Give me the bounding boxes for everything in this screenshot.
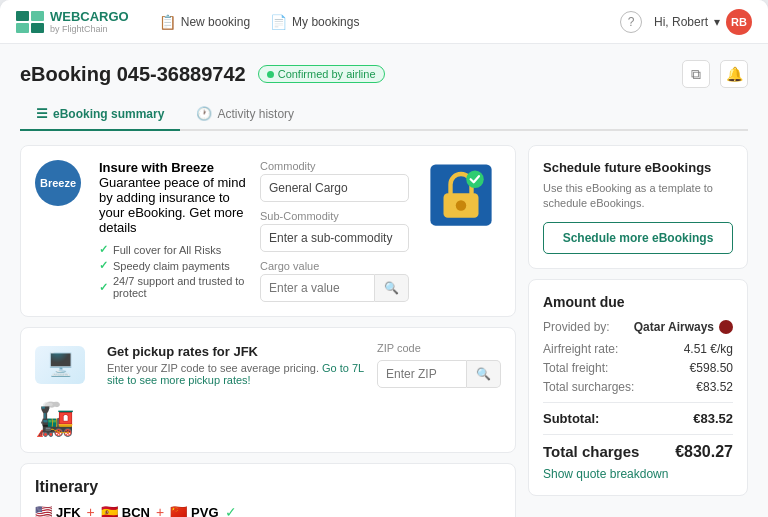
truck-illustration: 🚂 [35,400,95,438]
new-booking-label: New booking [181,15,250,29]
route-line: 🇺🇸 JFK + 🇪🇸 BCN + 🇨🇳 PVG [35,504,501,517]
code-jfk: JFK [56,505,81,518]
total-label: Total charges [543,443,639,460]
cargo-value-input[interactable] [260,274,375,302]
my-bookings-nav[interactable]: 📄 My bookings [270,14,359,30]
insure-card: Breeze Insure with Breeze Guarantee peac… [20,145,516,317]
surcharges-row: Total surcharges: €83.52 [543,380,733,394]
page-header: eBooking 045-36889742 Confirmed by airli… [20,60,748,88]
notifications-button[interactable]: 🔔 [720,60,748,88]
pickup-desc: Enter your ZIP code to see average prici… [107,362,365,386]
code-bcn: BCN [122,505,150,518]
my-bookings-label: My bookings [292,15,359,29]
subtotal-value: €83.52 [693,411,733,426]
right-col: Schedule future eBookings Use this eBook… [528,145,748,517]
booking-id: eBooking 045-36889742 [20,63,246,86]
lock-svg [426,160,496,230]
user-avatar: RB [726,9,752,35]
airline-dot [719,320,733,334]
status-text: Confirmed by airline [278,68,376,80]
zip-input[interactable] [377,360,467,388]
chevron-down-icon: ▾ [714,15,720,29]
surcharges-label: Total surcharges: [543,380,634,394]
schedule-desc: Use this eBooking as a template to sched… [543,181,733,212]
provider-row: Provided by: Qatar Airways [543,320,733,334]
zip-search-button[interactable]: 🔍 [467,360,501,388]
insure-title: Insure with Breeze [99,160,248,175]
quote-link[interactable]: Show quote breakdown [543,467,733,481]
tab-history-label: Activity history [217,107,294,121]
airport-pvg: 🇨🇳 PVG [170,504,218,517]
pickup-icon: 🖥️ [35,346,85,384]
tab-activity-history[interactable]: 🕐 Activity history [180,98,310,131]
sub-commodity-field: Sub-Commodity Enter a sub-commodity [260,210,409,252]
total-freight-value: €598.50 [690,361,733,375]
insure-check-3: 24/7 support and trusted to protect [99,275,248,299]
insure-info: Insure with Breeze Guarantee peace of mi… [99,160,248,299]
cargo-value-row: 🔍 [260,274,409,302]
commodity-select[interactable]: General Cargo [260,174,409,202]
flag-us: 🇺🇸 [35,504,52,517]
verified-icon: ✓ [225,504,237,517]
nav-right: ? Hi, Robert ▾ RB [620,9,752,35]
pickup-text: Get pickup rates for JFK Enter your ZIP … [107,344,365,386]
logo: WEBCARGO by FlightChain [16,9,129,34]
amount-divider-2 [543,434,733,435]
logo-text: WEBCARGO [50,9,129,24]
tab-summary-icon: ☰ [36,106,48,121]
insure-desc: Guarantee peace of mind by adding insura… [99,175,248,235]
left-col: Breeze Insure with Breeze Guarantee peac… [20,145,516,517]
insure-checks: Full cover for All Risks Speedy claim pa… [99,243,248,299]
header-actions: ⧉ 🔔 [682,60,748,88]
logo-icon [16,11,44,33]
commodity-field: Commodity General Cargo [260,160,409,202]
svg-point-2 [456,200,467,211]
arrow-1: + [87,504,95,517]
sub-commodity-select[interactable]: Enter a sub-commodity [260,224,409,252]
main-grid: Breeze Insure with Breeze Guarantee peac… [20,145,748,517]
copy-button[interactable]: ⧉ [682,60,710,88]
provided-by-label: Provided by: [543,320,610,334]
help-icon[interactable]: ? [620,11,642,33]
logo-sub: by FlightChain [50,24,129,34]
tab-ebooking-summary[interactable]: ☰ eBooking summary [20,98,180,131]
sub-commodity-label: Sub-Commodity [260,210,409,222]
code-pvg: PVG [191,505,218,518]
zip-label: ZIP code [377,342,501,354]
total-row: Total charges €830.27 [543,443,733,461]
cargo-value-label: Cargo value [260,260,409,272]
subtotal-label: Subtotal: [543,411,599,426]
airfreight-value: 4.51 €/kg [684,342,733,356]
my-bookings-icon: 📄 [270,14,287,30]
pickup-card: 🖥️ Get pickup rates for JFK Enter your Z… [20,327,516,453]
schedule-title: Schedule future eBookings [543,160,733,175]
page-content: eBooking 045-36889742 Confirmed by airli… [0,44,768,517]
itinerary-card: Itinerary 🇺🇸 JFK + 🇪🇸 BCN + [20,463,516,517]
flag-es: 🇪🇸 [101,504,118,517]
schedule-button[interactable]: Schedule more eBookings [543,222,733,254]
amount-divider [543,402,733,403]
user-greeting: Hi, Robert [654,15,708,29]
zip-row: 🔍 [377,360,501,388]
user-menu[interactable]: Hi, Robert ▾ RB [654,9,752,35]
arrow-2: + [156,504,164,517]
amount-title: Amount due [543,294,733,310]
new-booking-icon: 📋 [159,14,176,30]
airport-jfk: 🇺🇸 JFK [35,504,81,517]
tab-history-icon: 🕐 [196,106,212,121]
total-value: €830.27 [675,443,733,461]
new-booking-nav[interactable]: 📋 New booking [159,14,250,30]
provider-name: Qatar Airways [634,320,733,334]
commodity-label: Commodity [260,160,409,172]
schedule-card: Schedule future eBookings Use this eBook… [528,145,748,269]
airport-bcn: 🇪🇸 BCN [101,504,150,517]
top-nav: WEBCARGO by FlightChain 📋 New booking 📄 … [0,0,768,44]
airfreight-row: Airfreight rate: 4.51 €/kg [543,342,733,356]
cargo-search-button[interactable]: 🔍 [375,274,409,302]
amount-card: Amount due Provided by: Qatar Airways Ai… [528,279,748,496]
status-dot [267,71,274,78]
itinerary-title: Itinerary [35,478,501,496]
total-freight-label: Total freight: [543,361,608,375]
surcharges-value: €83.52 [696,380,733,394]
insure-check-2: Speedy claim payments [99,259,248,272]
